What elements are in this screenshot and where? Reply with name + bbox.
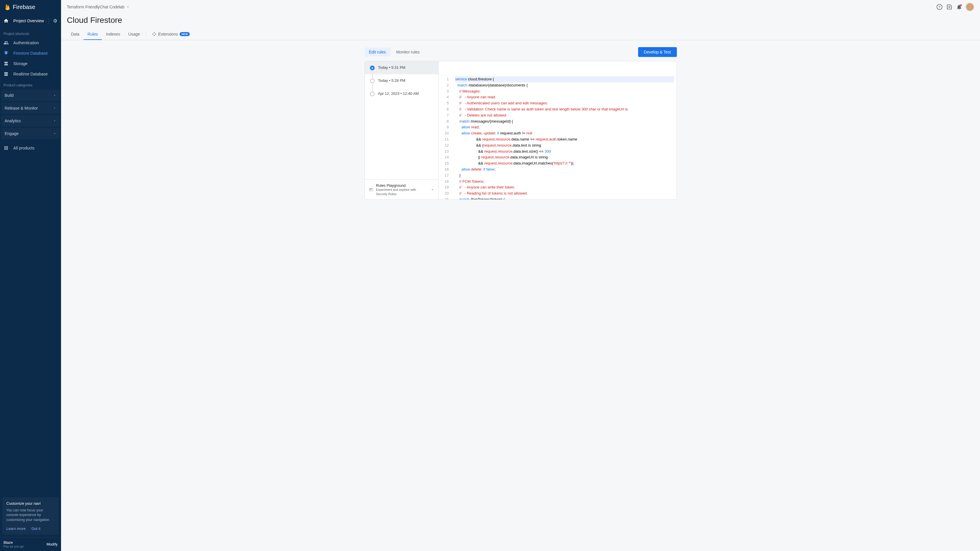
sidebar-item-storage[interactable]: Storage: [0, 59, 61, 69]
nav-label: Firestore Database: [13, 51, 48, 56]
star-marker-icon: [370, 66, 375, 70]
edit-rules-button[interactable]: Edit rules: [364, 48, 390, 57]
tab-indexes[interactable]: Indexes: [102, 29, 124, 40]
history-time: Today • 5:28 PM: [378, 78, 406, 83]
project-overview-row: Project Overview: [0, 14, 61, 28]
chevron-down-icon: [53, 119, 56, 122]
category-label: Build: [5, 93, 14, 98]
docs-icon[interactable]: [946, 3, 953, 10]
extensions-label: Extensions: [158, 32, 178, 37]
sidebar-item-firestore[interactable]: Firestore Database: [0, 48, 61, 59]
sidebar-item-authentication[interactable]: Authentication: [0, 38, 61, 48]
code-content[interactable]: service cloud.firestore { match /databas…: [453, 75, 676, 200]
sidebar-item-all-products[interactable]: All products: [0, 143, 61, 153]
history-item[interactable]: Apr 12, 2023 • 12:40 AM: [365, 87, 438, 100]
chevron-down-icon: [53, 132, 56, 135]
topbar: Terraform FriendlyChat Codelab ?: [61, 0, 980, 14]
project-name: Terraform FriendlyChat Codelab: [67, 5, 124, 9]
history-time: Today • 5:31 PM: [378, 65, 406, 70]
page-tabs: Data Rules Indexes Usage Extensions NEW: [61, 29, 980, 40]
chevron-down-icon: [53, 94, 56, 97]
category-label: Release & Monitor: [5, 106, 38, 110]
help-icon[interactable]: ?: [936, 3, 943, 10]
grid-icon: [3, 145, 9, 151]
notifications-icon[interactable]: [956, 3, 963, 10]
plan-name: Blaze: [3, 540, 24, 545]
chevron-down-icon: [53, 106, 56, 110]
history-item[interactable]: Today • 5:28 PM: [365, 74, 438, 87]
line-gutter: 1 2 3 4 5 6 7 8 9 10 11 12 13 14 15 16 1…: [439, 75, 453, 200]
people-icon: [3, 40, 9, 45]
category-label: Engage: [5, 131, 19, 136]
category-release-monitor[interactable]: Release & Monitor: [1, 102, 60, 114]
history-time: Apr 12, 2023 • 12:40 AM: [378, 91, 419, 96]
main-content: Terraform FriendlyChat Codelab ? Cloud F…: [61, 0, 980, 551]
rules-playground-toggle[interactable]: Rules Playground Experiment and explore …: [365, 179, 438, 200]
page-title: Cloud Firestore: [61, 14, 980, 29]
firebase-logo-icon: [5, 3, 10, 11]
promo-body: You can now focus your console experienc…: [6, 508, 55, 522]
notification-dot: [960, 4, 962, 6]
database-icon: [3, 71, 9, 76]
firestore-icon: [3, 51, 9, 56]
brand-text: Firebase: [13, 4, 35, 10]
modify-plan-button[interactable]: Modify: [46, 542, 57, 546]
rules-panel: Today • 5:31 PM Today • 5:28 PM Apr 12, …: [364, 61, 677, 200]
history-pane: Today • 5:31 PM Today • 5:28 PM Apr 12, …: [365, 61, 439, 200]
category-analytics[interactable]: Analytics: [1, 115, 60, 127]
project-selector[interactable]: Terraform FriendlyChat Codelab: [67, 5, 130, 9]
shortcuts-section-label: Project shortcuts: [0, 28, 61, 38]
nav-label: Authentication: [13, 40, 39, 45]
categories-section-label: Product categories: [0, 79, 61, 89]
tab-data[interactable]: Data: [67, 29, 84, 40]
category-label: Analytics: [5, 119, 21, 123]
promo-card: Customize your nav! You can now focus yo…: [2, 497, 59, 535]
promo-title: Customize your nav!: [6, 501, 55, 506]
nav-label: Realtime Database: [13, 72, 48, 76]
dropdown-icon: [126, 5, 130, 9]
playground-sub: Experiment and explore with Security Rul…: [376, 187, 428, 196]
history-item[interactable]: Today • 5:31 PM: [365, 61, 438, 74]
settings-gear-icon[interactable]: [52, 18, 57, 24]
new-badge: NEW: [180, 32, 190, 36]
firebase-brand[interactable]: Firebase: [0, 0, 61, 14]
monitor-rules-button[interactable]: Monitor rules: [391, 48, 424, 57]
rules-editor: 1 2 3 4 5 6 7 8 9 10 11 12 13 14 15 16 1…: [439, 61, 676, 200]
plan-row: Blaze Pay as you go Modify: [0, 537, 61, 551]
extensions-icon: [152, 32, 156, 37]
tune-icon: [369, 187, 373, 192]
nav-label: Storage: [13, 61, 27, 66]
category-build[interactable]: Build: [1, 90, 60, 101]
code-editor[interactable]: 1 2 3 4 5 6 7 8 9 10 11 12 13 14 15 16 1…: [439, 75, 676, 200]
sidebar: Firebase Project Overview Project shortc…: [0, 0, 61, 551]
tab-usage[interactable]: Usage: [124, 29, 144, 40]
project-overview-link[interactable]: Project Overview: [3, 18, 44, 24]
svg-text:?: ?: [939, 5, 940, 9]
project-overview-label: Project Overview: [13, 19, 44, 23]
category-engage[interactable]: Engage: [1, 128, 60, 139]
history-dot-icon: [370, 92, 375, 96]
playground-title: Rules Playground: [376, 183, 428, 187]
rules-header: Edit rules Monitor rules Develop & Test: [364, 47, 677, 57]
promo-learn-more-link[interactable]: Learn more: [6, 526, 25, 531]
nav-label: All products: [13, 146, 34, 150]
develop-test-button[interactable]: Develop & Test: [638, 47, 677, 57]
history-dot-icon: [370, 79, 375, 83]
promo-got-it-link[interactable]: Got it: [31, 526, 40, 531]
chevron-up-icon: [431, 187, 434, 192]
tab-rules[interactable]: Rules: [84, 29, 102, 40]
sidebar-item-realtime-db[interactable]: Realtime Database: [0, 69, 61, 79]
divider: [48, 17, 49, 24]
tab-extensions[interactable]: Extensions NEW: [148, 29, 194, 40]
storage-icon: [3, 61, 9, 66]
editor-toolbar: [439, 61, 676, 75]
plan-sub: Pay as you go: [3, 545, 24, 548]
user-avatar[interactable]: [966, 3, 974, 11]
tab-divider: [146, 31, 146, 38]
home-icon: [3, 18, 9, 24]
